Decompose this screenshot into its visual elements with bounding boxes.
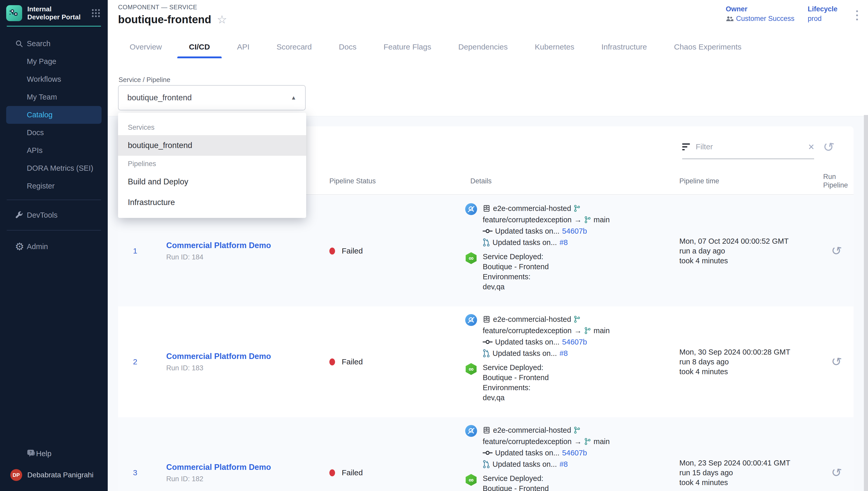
- chevron-up-icon: ▲: [291, 94, 297, 101]
- commit-icon: [483, 450, 493, 456]
- deploy-service: Boutique - Frontend: [483, 484, 549, 491]
- branch-to[interactable]: main: [593, 215, 610, 224]
- commit-link[interactable]: 54607b: [562, 449, 587, 457]
- rerun-pipeline-icon[interactable]: ↺: [830, 355, 842, 369]
- vertical-scrollbar[interactable]: [864, 115, 868, 491]
- branch-to[interactable]: main: [593, 437, 610, 446]
- pipeline-link[interactable]: Commercial Platform Demo: [166, 352, 329, 361]
- branch-from[interactable]: feature/corruptedexception: [483, 437, 571, 446]
- tab-infrastructure[interactable]: Infrastructure: [590, 36, 659, 58]
- sidebar-item-workflows[interactable]: Workflows: [0, 70, 108, 88]
- tab-feature-flags[interactable]: Feature Flags: [372, 36, 443, 58]
- status-dot-failed: [329, 469, 335, 476]
- sidebar-item-devtools[interactable]: DevTools: [0, 205, 108, 225]
- sidebar-nav: Search My Page Workflows My Team Catalog…: [0, 27, 108, 257]
- refresh-icon[interactable]: ↺: [822, 140, 835, 155]
- branch-from[interactable]: feature/corruptedexception: [483, 215, 571, 224]
- details-cell: e2e-commercial-hosted feature/corruptede…: [465, 306, 679, 417]
- repo-icon: [483, 204, 491, 212]
- commit-link[interactable]: 54607b: [562, 338, 587, 346]
- branch-from[interactable]: feature/corruptedexception: [483, 326, 571, 335]
- run-number: 2: [118, 306, 166, 417]
- dropdown-option-boutique-frontend[interactable]: boutique_frontend: [118, 135, 306, 156]
- branch-icon: [574, 205, 580, 212]
- sidebar-item-my-page[interactable]: My Page: [0, 53, 108, 70]
- repo-name[interactable]: e2e-commercial-hosted: [493, 204, 571, 213]
- cd-stage-icon: ∞: [465, 474, 477, 486]
- owner-label: Owner: [726, 5, 795, 13]
- filter-input[interactable]: Filter ×: [682, 135, 814, 159]
- favorite-star-icon[interactable]: ☆: [217, 14, 227, 25]
- sidebar-item-admin[interactable]: ⚙ Admin: [0, 236, 108, 257]
- avatar: DP: [10, 469, 22, 481]
- deploy-env-label: Environments:: [483, 272, 549, 282]
- ci-stage-icon: [465, 425, 477, 437]
- arrow-icon: →: [574, 326, 582, 335]
- status-dot-failed: [329, 248, 335, 255]
- pipeline-link[interactable]: Commercial Platform Demo: [166, 463, 329, 472]
- app-title: Internal Developer Portal: [27, 5, 85, 21]
- commit-text: Updated tasks on...: [495, 227, 559, 235]
- sidebar-item-search[interactable]: Search: [0, 35, 108, 53]
- pipeline-select-dropdown: Services boutique_frontend Pipelines Bui…: [118, 113, 306, 218]
- sidebar-item-my-team[interactable]: My Team: [0, 88, 108, 106]
- help-button[interactable]: ? Help: [0, 444, 108, 463]
- deploy-service: Boutique - Frontend: [483, 262, 549, 272]
- tab-api[interactable]: API: [225, 36, 261, 58]
- more-options-icon[interactable]: [855, 9, 860, 22]
- sidebar-item-register[interactable]: Register: [0, 177, 108, 195]
- repo-name[interactable]: e2e-commercial-hosted: [493, 315, 571, 324]
- sidebar-divider: [7, 200, 101, 200]
- deploy-title: Service Deployed:: [483, 252, 549, 262]
- status-text: Failed: [342, 247, 363, 255]
- tab-docs[interactable]: Docs: [327, 36, 368, 58]
- sidebar-item-apis[interactable]: APIs: [0, 142, 108, 160]
- tab-kubernetes[interactable]: Kubernetes: [523, 36, 586, 58]
- pr-link[interactable]: #8: [559, 238, 568, 247]
- branch-icon: [584, 438, 591, 445]
- tab-cicd[interactable]: CI/CD: [177, 36, 222, 58]
- run-id: Run ID: 183: [166, 364, 329, 372]
- commit-link[interactable]: 54607b: [562, 227, 587, 235]
- pr-link[interactable]: #8: [559, 349, 568, 358]
- details-cell: e2e-commercial-hosted feature/corruptede…: [465, 196, 679, 306]
- lifecycle-block: Lifecycle prod: [808, 5, 838, 23]
- rerun-pipeline-icon[interactable]: ↺: [830, 466, 842, 480]
- pipeline-select[interactable]: boutique_frontend ▲: [118, 85, 306, 110]
- user-menu[interactable]: DP Debabrata Panigrahi: [0, 463, 108, 487]
- help-icon: ?: [27, 449, 36, 458]
- dropdown-option-build-and-deploy[interactable]: Build and Deploy: [118, 172, 306, 192]
- dropdown-option-infrastructure[interactable]: Infrastructure: [118, 192, 306, 213]
- branch-icon: [574, 427, 580, 434]
- repo-name[interactable]: e2e-commercial-hosted: [493, 426, 571, 435]
- app-logo-icon: [6, 5, 22, 21]
- deploy-envs: dev,qa: [483, 393, 549, 403]
- entity-kind: COMPONENT — SERVICE: [118, 4, 197, 11]
- branch-icon: [574, 316, 580, 323]
- tab-overview[interactable]: Overview: [118, 36, 174, 58]
- user-name: Debabrata Panigrahi: [27, 471, 94, 479]
- cd-detail-block: ∞ Service Deployed: Boutique - Frontend …: [465, 473, 679, 491]
- sidebar-item-dora-metrics[interactable]: DORA Metrics (SEI): [0, 160, 108, 177]
- rerun-pipeline-icon[interactable]: ↺: [830, 244, 842, 258]
- app-root: Internal Developer Portal Search My Pa: [0, 0, 868, 491]
- pr-link[interactable]: #8: [559, 460, 568, 468]
- branch-to[interactable]: main: [593, 326, 610, 335]
- apps-grid-icon[interactable]: [90, 7, 101, 19]
- table-row: 3 Commercial Platform Demo Run ID: 182 F…: [118, 417, 854, 491]
- pipeline-time-cell: Mon, 07 Oct 2024 00:00:52 GMT run a day …: [679, 196, 819, 306]
- pipeline-link[interactable]: Commercial Platform Demo: [166, 241, 329, 250]
- tab-dependencies[interactable]: Dependencies: [446, 36, 519, 58]
- deploy-env-label: Environments:: [483, 383, 549, 393]
- tab-chaos-experiments[interactable]: Chaos Experiments: [662, 36, 753, 58]
- owner-link[interactable]: Customer Success: [736, 15, 795, 23]
- col-header-details: Details: [465, 177, 679, 185]
- deploy-envs: dev,qa: [483, 282, 549, 292]
- tab-scorecard[interactable]: Scorecard: [265, 36, 323, 58]
- sidebar-item-catalog[interactable]: Catalog: [6, 106, 101, 124]
- clear-filter-icon[interactable]: ×: [808, 142, 814, 152]
- sidebar-item-docs[interactable]: Docs: [0, 124, 108, 142]
- repo-icon: [483, 426, 491, 434]
- filter-placeholder: Filter: [695, 142, 803, 151]
- lifecycle-value: prod: [808, 15, 838, 23]
